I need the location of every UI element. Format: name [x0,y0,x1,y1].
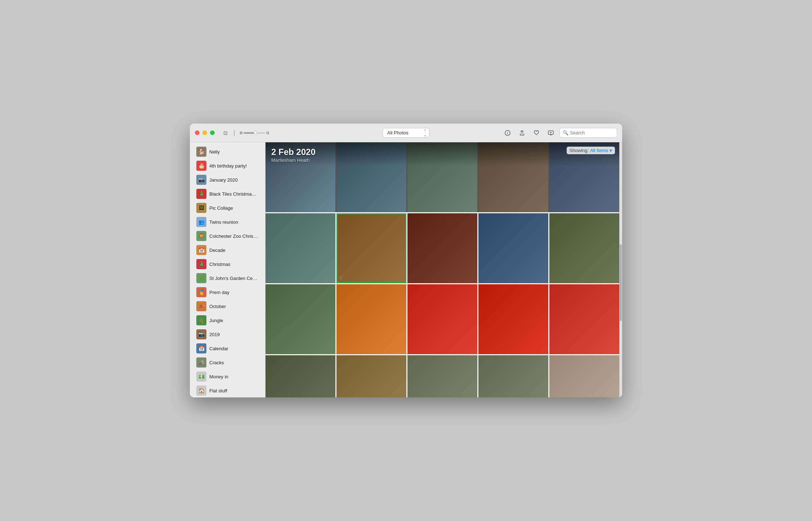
sidebar-icon-cracks: 🪨 [196,357,206,368]
showing-label-area: Showing: All Items ▾ [567,147,615,154]
sidebar-label-black-tiles: Black Tiles Christmas part... [209,191,259,197]
sidebar-label-decade: Decade [209,248,226,253]
showing-label: Showing: [570,148,589,153]
photo-cell[interactable] [266,213,335,283]
photo-area[interactable]: 2 Feb 2020 Martlesham Heath Showing: All… [266,142,619,397]
sidebar-label-st-johns: St John's Garden Centre C... [209,276,259,281]
sidebar-item-black-tiles[interactable]: 🎄Black Tiles Christmas part... [192,187,263,201]
photo-cell[interactable] [407,142,477,212]
sidebar-label-colchester-zoo: Colchester Zoo Christmas [209,233,259,239]
photo-cell[interactable] [478,142,548,212]
sidebar-icon-4th-birthday: 🎂 [196,161,206,171]
photo-cell[interactable] [478,213,548,283]
sidebar-item-4th-birthday[interactable]: 🎂4th birthday party! [192,159,263,173]
sidebar: 🐕Nelly🎂4th birthday party!📷January 2020🎄… [190,142,266,397]
traffic-lights [195,130,215,135]
sidebar-icon-prem-day: 🏅 [196,287,206,297]
sidebar-icon-october: 🍂 [196,301,206,311]
sidebar-icon-jungle: 🌴 [196,315,206,325]
info-button[interactable]: i [502,128,513,138]
filter-dropdown-wrap[interactable]: All Photos Videos Favorites ⌃⌄ [383,128,429,138]
sidebar-item-flat-stuff[interactable]: 🏠Flat stuff [192,384,263,397]
sidebar-icon-money-in: 💵 [196,371,206,382]
sidebar-label-calendar: Calendar [209,346,228,351]
sidebar-icon-colchester-zoo: 🦁 [196,231,206,241]
maximize-button[interactable] [210,130,215,135]
sidebar-item-christmas[interactable]: 🎄Christmas [192,257,263,271]
sidebar-label-cracks: Cracks [209,360,224,365]
sidebar-toggle-button[interactable]: ⊡ [220,128,231,138]
scrollbar-track[interactable] [619,142,622,397]
sidebar-label-twins-reunion: Twins reunion [209,219,238,225]
photo-cell[interactable]: 0:16 [478,355,548,397]
scrollbar-thumb[interactable] [620,244,622,321]
sidebar-icon-st-johns: 🌿 [196,273,206,283]
sidebar-label-2019: 2019 [209,332,220,337]
photo-cell[interactable] [266,355,335,397]
photo-cell[interactable] [407,284,477,354]
photo-cell[interactable] [549,213,619,283]
sidebar-item-money-in[interactable]: 💵Money in [192,370,263,383]
photo-cell[interactable] [478,284,548,354]
sidebar-icon-calendar: 📅 [196,343,206,353]
photo-cell[interactable]: ♡ [336,213,406,283]
photo-cell[interactable] [336,284,406,354]
filter-select[interactable]: All Photos Videos Favorites [383,128,429,138]
titlebar-center: All Photos Videos Favorites ⌃⌄ [383,128,429,138]
photo-cell[interactable] [266,142,335,212]
sidebar-label-prem-day: Prem day [209,290,229,295]
search-input[interactable] [559,128,617,138]
photo-cell[interactable] [407,213,477,283]
sidebar-item-st-johns[interactable]: 🌿St John's Garden Centre C... [192,271,263,285]
main-area: 🐕Nelly🎂4th birthday party!📷January 2020🎄… [190,142,622,397]
photo-cell[interactable] [549,355,619,397]
heart-button[interactable] [531,128,542,138]
sidebar-label-october: October [209,304,226,309]
sidebar-icon-nelly: 🐕 [196,147,206,157]
info-icon: i [505,130,510,136]
sidebar-item-calendar[interactable]: 📅Calendar [192,342,263,355]
app-window: ⊡ | ⊞ ⊟ All Photos Videos Favorites ⌃⌄ [190,124,622,397]
photo-cell[interactable] [336,142,406,212]
showing-value[interactable]: All Items [590,148,608,153]
sidebar-label-nelly: Nelly [209,149,220,155]
sidebar-label-christmas: Christmas [209,262,231,267]
sidebar-label-flat-stuff: Flat stuff [209,388,227,393]
sidebar-icon-january-2020: 📷 [196,175,206,185]
share-button[interactable] [516,128,528,138]
share-icon [519,130,525,136]
minimize-button[interactable] [202,130,207,135]
sidebar-item-pic-collage[interactable]: 🖼Pic Collage [192,201,263,215]
photo-cell[interactable] [266,284,335,354]
titlebar-right: i 🔍 [502,128,617,138]
sidebar-label-jungle: Jungle [209,318,223,323]
sidebar-item-jungle[interactable]: 🌴Jungle [192,313,263,327]
photo-cell[interactable] [336,355,406,397]
svg-text:i: i [507,132,508,135]
sidebar-icon-pic-collage: 🖼 [196,203,206,213]
sidebar-label-january-2020: January 2020 [209,177,238,183]
zoom-slider-area[interactable]: ⊞ ⊟ [237,128,271,138]
sidebar-item-prem-day[interactable]: 🏅Prem day [192,285,263,299]
sidebar-item-twins-reunion[interactable]: 👥Twins reunion [192,215,263,229]
sidebar-item-colchester-zoo[interactable]: 🦁Colchester Zoo Christmas [192,229,263,243]
titlebar: ⊡ | ⊞ ⊟ All Photos Videos Favorites ⌃⌄ [190,124,622,142]
slideshow-button[interactable] [545,128,557,138]
photo-cell[interactable]: 1:30 [407,355,477,397]
sidebar-item-decade[interactable]: 📅Decade [192,243,263,257]
sidebar-icon-black-tiles: 🎄 [196,189,206,199]
sidebar-icon-flat-stuff: 🏠 [196,386,206,396]
sidebar-item-2019[interactable]: 📷2019 [192,328,263,341]
photo-cell[interactable] [549,284,619,354]
search-wrap[interactable]: 🔍 [559,128,617,138]
sidebar-icon-decade: 📅 [196,245,206,255]
sidebar-icon-twins-reunion: 👥 [196,217,206,227]
heart-icon [534,130,539,136]
sidebar-item-january-2020[interactable]: 📷January 2020 [192,173,263,187]
sidebar-item-nelly[interactable]: 🐕Nelly [192,145,263,159]
sidebar-item-october[interactable]: 🍂October [192,299,263,313]
sidebar-label-money-in: Money in [209,374,228,379]
sidebar-item-cracks[interactable]: 🪨Cracks [192,356,263,369]
close-button[interactable] [195,130,200,135]
sidebar-label-4th-birthday: 4th birthday party! [209,163,247,169]
